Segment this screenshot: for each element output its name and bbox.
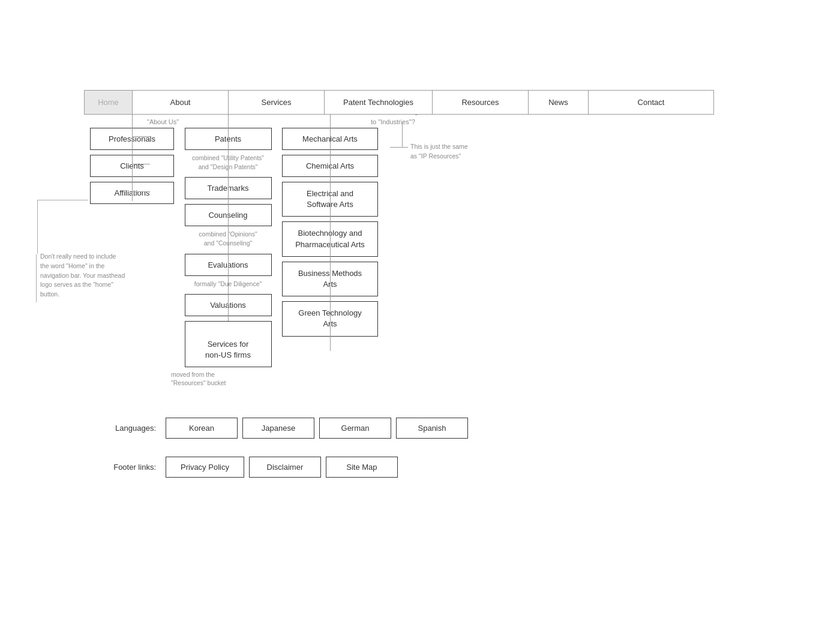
nav-news[interactable]: News (529, 91, 589, 114)
languages-row: Languages: Korean Japanese German Spanis… (84, 418, 804, 439)
footer-sitemap[interactable]: Site Map (326, 457, 398, 478)
nav-patent[interactable]: Patent Technologies (325, 91, 433, 114)
nav-contact[interactable]: Contact (589, 91, 713, 114)
footer-links-row: Footer links: Privacy Policy Disclaimer … (84, 457, 804, 478)
lang-german[interactable]: German (319, 418, 391, 439)
nav-services[interactable]: Services (229, 91, 325, 114)
languages-label: Languages: (84, 424, 156, 433)
services-non-us[interactable]: Services for non-US firms (185, 321, 272, 367)
nav-about[interactable]: About (133, 91, 229, 114)
affiliations-annotation: moved from the"Resources" bucket (171, 370, 243, 388)
footer-privacy[interactable]: Privacy Policy (166, 457, 244, 478)
nav-resources[interactable]: Resources (433, 91, 529, 114)
footer-links-label: Footer links: (84, 463, 156, 472)
lang-spanish[interactable]: Spanish (396, 418, 468, 439)
lang-japanese[interactable]: Japanese (242, 418, 314, 439)
resources-annotation: This is just the sameas "IP Resources" (410, 142, 468, 161)
home-annotation: Don't really need to includethe word "Ho… (36, 252, 126, 302)
lang-korean[interactable]: Korean (166, 418, 238, 439)
footer-disclaimer[interactable]: Disclaimer (249, 457, 321, 478)
nav-home[interactable]: Home (85, 91, 133, 114)
